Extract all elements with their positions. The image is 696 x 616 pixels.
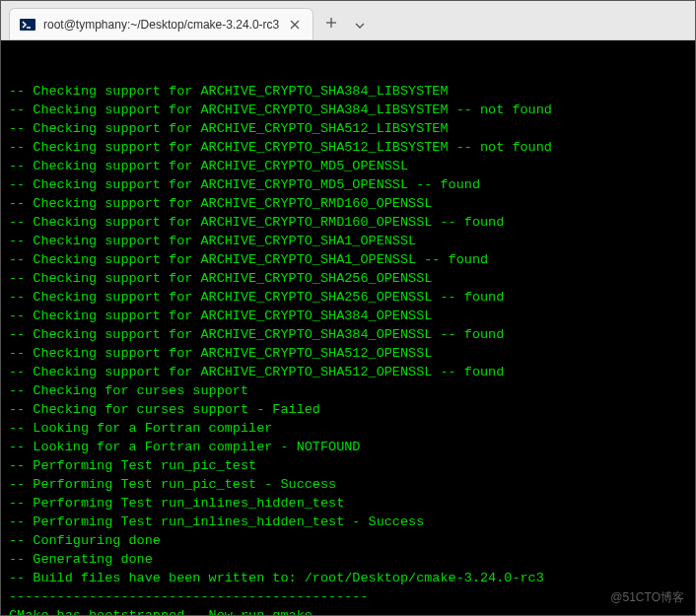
tab-title: root@tymphany:~/Desktop/cmake-3.24.0-rc3 [43,18,279,32]
terminal-line: -- Configuring done [9,531,687,550]
terminal-line: -- Checking support for ARCHIVE_CRYPTO_S… [9,269,687,288]
terminal-line: -- Checking support for ARCHIVE_CRYPTO_S… [9,344,687,363]
terminal-line: -- Generating done [9,550,687,569]
terminal-line: -- Performing Test run_inlines_hidden_te… [9,494,687,513]
terminal-lines: -- Checking support for ARCHIVE_CRYPTO_S… [9,82,687,615]
terminal-line: -- Checking for curses support [9,381,687,400]
close-tab-button[interactable] [287,17,303,33]
terminal-line: -- Performing Test run_pic_test [9,456,687,475]
terminal-line: -- Checking for curses support - Failed [9,400,687,419]
terminal-line: -- Checking support for ARCHIVE_CRYPTO_R… [9,194,687,213]
terminal-line: -- Checking support for ARCHIVE_CRYPTO_M… [9,175,687,194]
terminal-line: -- Looking for a Fortran compiler [9,419,687,438]
terminal-line: -- Performing Test run_inlines_hidden_te… [9,513,687,531]
terminal-line: -- Checking support for ARCHIVE_CRYPTO_S… [9,363,687,381]
powershell-icon [20,17,35,33]
terminal-line: ----------------------------------------… [9,587,687,606]
terminal-line: -- Checking support for ARCHIVE_CRYPTO_S… [9,101,687,119]
terminal-line: -- Checking support for ARCHIVE_CRYPTO_S… [9,82,687,101]
terminal-window: root@tymphany:~/Desktop/cmake-3.24.0-rc3 [0,0,696,616]
watermark: @51CTO博客 [610,589,684,606]
terminal-line: -- Checking support for ARCHIVE_CRYPTO_S… [9,138,687,157]
terminal-output[interactable]: -- Checking support for ARCHIVE_CRYPTO_S… [1,40,695,615]
terminal-line: -- Checking support for ARCHIVE_CRYPTO_S… [9,325,687,344]
terminal-line: -- Checking support for ARCHIVE_CRYPTO_S… [9,307,687,325]
terminal-line: -- Checking support for ARCHIVE_CRYPTO_S… [9,288,687,307]
terminal-tab[interactable]: root@tymphany:~/Desktop/cmake-3.24.0-rc3 [9,8,313,39]
terminal-line: -- Checking support for ARCHIVE_CRYPTO_R… [9,213,687,232]
terminal-line: -- Checking support for ARCHIVE_CRYPTO_S… [9,250,687,269]
terminal-line: -- Looking for a Fortran compiler - NOTF… [9,438,687,456]
tab-dropdown-button[interactable] [355,15,365,33]
terminal-line: CMake has bootstrapped. Now run gmake. [9,606,687,615]
terminal-line: -- Build files have been written to: /ro… [9,569,687,587]
terminal-line: -- Checking support for ARCHIVE_CRYPTO_M… [9,157,687,175]
terminal-line: -- Checking support for ARCHIVE_CRYPTO_S… [9,119,687,138]
tab-actions [313,8,377,39]
svg-rect-0 [20,19,35,31]
terminal-line: -- Performing Test run_pic_test - Succes… [9,475,687,494]
terminal-line: -- Checking support for ARCHIVE_CRYPTO_S… [9,232,687,250]
new-tab-button[interactable] [325,15,337,33]
tab-bar: root@tymphany:~/Desktop/cmake-3.24.0-rc3 [1,1,695,40]
